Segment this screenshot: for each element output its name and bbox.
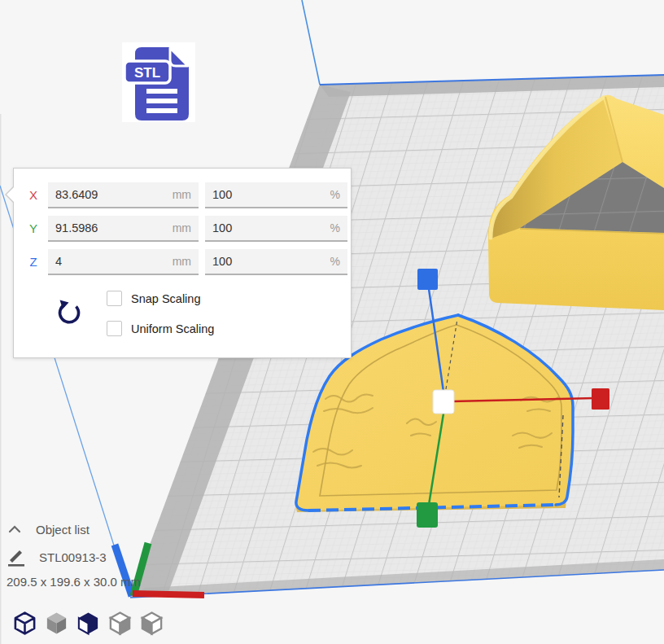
scale-handle-z[interactable] bbox=[417, 269, 438, 290]
z-percent-unit: % bbox=[330, 255, 340, 268]
scale-tool-panel: X 83.6409 mm 100 % Y 91.5986 mm 100 % Z … bbox=[13, 168, 352, 358]
x-percent-unit: % bbox=[330, 188, 340, 201]
object-list-header[interactable]: Object list bbox=[7, 519, 141, 539]
y-size-unit: mm bbox=[173, 221, 191, 234]
uniform-scaling-checkbox[interactable] bbox=[107, 321, 122, 336]
y-axis-label: Y bbox=[25, 216, 42, 242]
stl-file-icon: STL bbox=[122, 43, 195, 122]
y-percent-value: 100 bbox=[212, 221, 232, 234]
panel-pointer bbox=[5, 186, 14, 204]
stl-file-thumbnail: STL bbox=[122, 42, 195, 122]
y-size-input[interactable]: 91.5986 mm bbox=[48, 216, 199, 242]
x-size-input[interactable]: 83.6409 mm bbox=[48, 182, 199, 208]
x-axis-label: X bbox=[25, 182, 42, 208]
x-size-value: 83.6409 bbox=[55, 188, 98, 201]
z-size-value: 4 bbox=[55, 255, 62, 268]
model-dimensions: 209.5 x 199.6 x 30.0 mm bbox=[7, 575, 141, 589]
reset-scale-button[interactable] bbox=[55, 299, 84, 330]
cube-left-icon bbox=[107, 610, 133, 637]
x-percent-input[interactable]: 100 % bbox=[205, 182, 347, 208]
cube-front-icon bbox=[44, 610, 69, 637]
stl-label: STL bbox=[134, 65, 160, 81]
z-size-unit: mm bbox=[173, 255, 191, 268]
z-size-input[interactable]: 4 mm bbox=[48, 249, 199, 275]
cube-3d-icon bbox=[12, 610, 37, 637]
y-percent-input[interactable]: 100 % bbox=[205, 216, 347, 242]
chevron-up-icon bbox=[7, 521, 23, 537]
view-3d-button[interactable] bbox=[11, 609, 38, 638]
object-pencil-icon bbox=[7, 547, 26, 567]
view-front-button[interactable] bbox=[43, 609, 70, 638]
center-handle[interactable] bbox=[433, 390, 454, 414]
z-percent-input[interactable]: 100 % bbox=[205, 249, 347, 275]
snap-scaling-checkbox[interactable] bbox=[107, 291, 122, 306]
cura-3d-scene: STL X 83.6409 mm 100 % Y 91.5986 mm bbox=[0, 0, 664, 644]
cube-right-icon bbox=[139, 610, 164, 637]
uniform-scaling-row: Uniform Scaling bbox=[107, 321, 214, 336]
cube-top-icon bbox=[76, 610, 101, 637]
view-right-side-button[interactable] bbox=[138, 609, 165, 638]
y-size-value: 91.5986 bbox=[55, 221, 98, 234]
object-list-item[interactable]: STL00913-3 bbox=[7, 547, 141, 567]
reset-arrow-icon bbox=[55, 299, 83, 328]
object-list-panel: Object list STL00913-3 209.5 x 199.6 x 3… bbox=[7, 519, 141, 589]
x-size-unit: mm bbox=[173, 188, 191, 201]
view-orientation-toolbar bbox=[11, 609, 165, 638]
object-item-name: STL00913-3 bbox=[39, 550, 107, 564]
view-top-button[interactable] bbox=[75, 609, 102, 638]
window-edge-line bbox=[0, 114, 2, 644]
x-percent-value: 100 bbox=[212, 188, 232, 201]
z-axis-label: Z bbox=[25, 249, 42, 275]
scale-handle-y[interactable] bbox=[417, 502, 438, 528]
z-percent-value: 100 bbox=[212, 255, 232, 268]
uniform-scaling-label: Uniform Scaling bbox=[131, 322, 214, 335]
snap-scaling-row: Snap Scaling bbox=[107, 291, 200, 306]
y-percent-unit: % bbox=[330, 221, 340, 234]
scale-handle-x[interactable] bbox=[592, 388, 609, 410]
view-left-side-button[interactable] bbox=[107, 609, 133, 638]
snap-scaling-label: Snap Scaling bbox=[131, 292, 200, 305]
object-list-title: Object list bbox=[36, 523, 90, 537]
